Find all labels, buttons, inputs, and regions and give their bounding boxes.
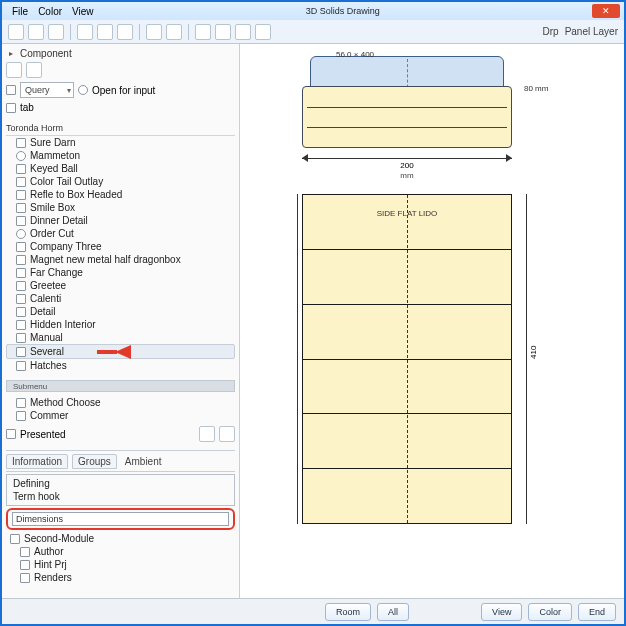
box-icon — [16, 138, 26, 148]
toolbar-right-2[interactable]: Panel Layer — [565, 26, 618, 37]
dimension-input[interactable]: Dimensions — [12, 512, 229, 526]
page-icon — [16, 242, 26, 252]
left-dimension-line — [288, 194, 298, 524]
footer-view-button[interactable]: View — [481, 603, 522, 621]
footer-room-button[interactable]: Room — [325, 603, 371, 621]
tb-layer-icon[interactable] — [215, 24, 231, 40]
tree-item[interactable]: Keyed Ball — [6, 162, 235, 175]
tb-measure-icon[interactable] — [235, 24, 251, 40]
width-value: 200 — [400, 161, 413, 170]
tree-item[interactable]: Hatches — [6, 359, 235, 372]
tree-item-label: Commer — [30, 410, 68, 421]
box-icon — [16, 411, 26, 421]
properties-panel: Defining Term hook Dimensions Second-Mod… — [6, 471, 235, 598]
menu-view[interactable]: View — [72, 6, 94, 17]
category-1: Toronda Horm — [6, 121, 235, 136]
prop-item[interactable]: Second-Module — [6, 532, 235, 545]
panel-row: Presented — [6, 426, 235, 442]
titlebar: File Color View 3D Solids Drawing ✕ — [2, 2, 624, 20]
tb-undo-icon[interactable] — [146, 24, 162, 40]
drawing-canvas[interactable]: 56.0 × 400 80 mm 200 mm SIDE FLAT LIDO — [240, 44, 624, 598]
tree-item[interactable]: Hidden Interior — [6, 318, 235, 331]
box-icon — [20, 573, 30, 583]
box-3d-view — [302, 56, 512, 152]
flat-sheet: SIDE FLAT LIDO — [302, 194, 512, 524]
prop-label: Second-Module — [24, 533, 94, 544]
tree-item[interactable]: Detail — [6, 305, 235, 318]
query-hint: Open for input — [92, 85, 155, 96]
tree-item[interactable]: Color Tail Outlay — [6, 175, 235, 188]
prop-item[interactable]: Defining — [9, 477, 232, 490]
tree-item-label: Greetee — [30, 280, 66, 291]
dimension-side: 80 mm — [524, 84, 548, 93]
tree-item-label: Order Cut — [30, 228, 74, 239]
box-icon — [16, 281, 26, 291]
toolbar-right-1[interactable]: Drp — [543, 26, 559, 37]
tb-copy-icon[interactable] — [97, 24, 113, 40]
prop-item[interactable]: Term hook — [9, 490, 232, 503]
prop-item[interactable]: Renders — [6, 571, 235, 584]
tb-paste-icon[interactable] — [117, 24, 133, 40]
tree-item[interactable]: Smile Box — [6, 201, 235, 214]
box-icon — [16, 190, 26, 200]
tab-ambient[interactable]: Ambient — [125, 456, 162, 467]
tab-info[interactable]: Information — [6, 454, 68, 469]
tree-item[interactable]: Order Cut — [6, 227, 235, 240]
tree-item-highlight[interactable]: Several — [6, 344, 235, 359]
close-button[interactable]: ✕ — [592, 4, 620, 18]
query-icon — [6, 85, 16, 95]
fold-line — [303, 249, 511, 250]
page-icon — [16, 320, 26, 330]
tb-cut-icon[interactable] — [77, 24, 93, 40]
side-header[interactable]: ▸ Component — [6, 48, 235, 59]
tree-item[interactable]: Magnet new metal half dragonbox — [6, 253, 235, 266]
tree-item-label: Hidden Interior — [30, 319, 96, 330]
panel-btn-2[interactable] — [219, 426, 235, 442]
fold-line — [303, 413, 511, 414]
tree-item-label: Far Change — [30, 267, 83, 278]
prop-item[interactable]: Author — [6, 545, 235, 558]
tab-groups[interactable]: Groups — [72, 454, 117, 469]
lower-tabs: Information Groups Ambient — [6, 450, 235, 469]
footer-all-button[interactable]: All — [377, 603, 409, 621]
option-icon — [78, 85, 88, 95]
tb-open-icon[interactable] — [28, 24, 44, 40]
side-btn-1[interactable] — [6, 62, 22, 78]
vertical-dimension: 410 — [526, 194, 542, 524]
sub-bar[interactable]: Submenu — [6, 380, 235, 392]
tree-item-label: Color Tail Outlay — [30, 176, 103, 187]
page-icon — [6, 103, 16, 113]
tree-item[interactable]: Greetee — [6, 279, 235, 292]
tree-item[interactable]: Refle to Box Headed — [6, 188, 235, 201]
circle-icon — [16, 151, 26, 161]
tree-item[interactable]: Company Three — [6, 240, 235, 253]
prop-item[interactable]: Hint Prj — [6, 558, 235, 571]
menu-file[interactable]: File — [12, 6, 28, 17]
side-btn-2[interactable] — [26, 62, 42, 78]
separator — [139, 24, 140, 40]
footer-color-button[interactable]: Color — [528, 603, 572, 621]
tree-item[interactable]: Manual — [6, 331, 235, 344]
tb-grid-icon[interactable] — [195, 24, 211, 40]
tb-zoom-icon[interactable] — [255, 24, 271, 40]
tree-item[interactable]: Mammeton — [6, 149, 235, 162]
tree-item[interactable]: Commer — [6, 409, 235, 422]
pointer-icon — [16, 347, 26, 357]
panel-btn-1[interactable] — [199, 426, 215, 442]
query-dropdown[interactable]: Query — [20, 82, 74, 98]
prop-label: Renders — [34, 572, 72, 583]
tree-item[interactable]: Method Choose — [6, 396, 235, 409]
tree-item[interactable]: Dinner Detail — [6, 214, 235, 227]
tb-save-icon[interactable] — [48, 24, 64, 40]
tree-item[interactable]: Sure Darn — [6, 136, 235, 149]
tb-redo-icon[interactable] — [166, 24, 182, 40]
width-dimension: 200 mm — [302, 158, 512, 174]
tb-new-icon[interactable] — [8, 24, 24, 40]
side-header-label: Component — [20, 48, 72, 59]
footer-end-button[interactable]: End — [578, 603, 616, 621]
menu-color[interactable]: Color — [38, 6, 62, 17]
tree-item[interactable]: Far Change — [6, 266, 235, 279]
tree-item-label: Detail — [30, 306, 56, 317]
tree-item[interactable]: Calenti — [6, 292, 235, 305]
tree-item-label: Company Three — [30, 241, 102, 252]
